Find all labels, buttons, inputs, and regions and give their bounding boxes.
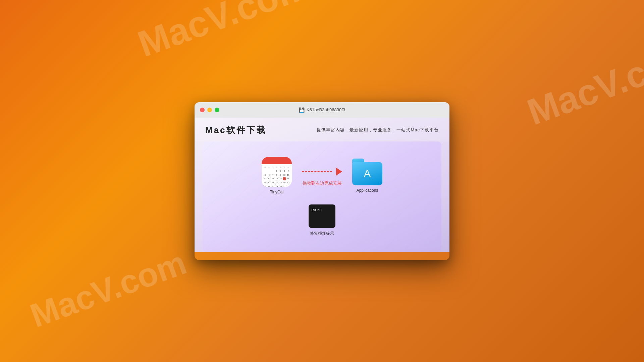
cal-day-15: 15 (275, 177, 278, 180)
title-icon: 💾 (299, 107, 305, 113)
cal-day-18: 18 (287, 177, 290, 180)
cal-day-10: 10 (283, 173, 286, 176)
cal-empty (267, 169, 270, 172)
cal-empty (287, 185, 290, 187)
cal-day-29: 29 (275, 185, 278, 187)
window-title-area: 💾 K61beB3ab96830f3 (299, 107, 345, 113)
cal-day-25: 25 (287, 181, 290, 184)
maximize-button[interactable] (215, 108, 219, 112)
exec-icon[interactable]: exec (309, 204, 335, 228)
exec-label: 修复损坏提示 (310, 231, 334, 236)
cal-header-sun: 日 (264, 166, 267, 169)
window-content: Mac软件下载 提供丰富内容，最新应用，专业服务，一站式Mac下载平台 日 一 … (195, 118, 449, 252)
dmg-install-area: 日 一 二 三 四 五 六 1 2 (203, 141, 441, 252)
cal-header-sat: 六 (287, 166, 290, 169)
folder-letter: A (364, 168, 371, 180)
cal-day-26: 26 (264, 185, 267, 187)
cal-day-2: 2 (279, 169, 282, 172)
mac-window: 💾 K61beB3ab96830f3 Mac软件下载 提供丰富内容，最新应用，专… (195, 102, 449, 260)
calendar-body: 日 一 二 三 四 五 六 1 2 (262, 164, 292, 187)
app-subtitle: 提供丰富内容，最新应用，专业服务，一站式Mac下载平台 (317, 127, 439, 133)
cal-day-1: 1 (275, 169, 278, 172)
traffic-lights (200, 108, 219, 112)
cal-day-23: 23 (279, 181, 282, 184)
cal-day-16: 16 (279, 177, 282, 180)
window-title-text: K61beB3ab96830f3 (307, 107, 345, 112)
cal-header-thu: 四 (279, 166, 282, 169)
cal-header-tue: 二 (271, 166, 274, 169)
arrow-head (336, 168, 342, 176)
watermark-bottom-left: MacV.com (25, 243, 192, 335)
app-icon-wrapper: 日 一 二 三 四 五 六 1 2 (262, 157, 292, 194)
cal-day-30: 30 (279, 185, 282, 187)
drag-label: 拖动到右边完成安装 (303, 180, 342, 186)
app-header: Mac软件下载 提供丰富内容，最新应用，专业服务，一站式Mac下载平台 (195, 118, 449, 141)
watermark-top: MacV.com (132, 0, 315, 65)
cal-day-9: 9 (279, 173, 282, 176)
tinycal-label: TinyCal (270, 190, 283, 194)
cal-day-11: 11 (287, 173, 290, 176)
tinycal-icon[interactable]: 日 一 二 三 四 五 六 1 2 (262, 157, 292, 187)
cal-day-today: 17 (283, 177, 286, 180)
cal-day-20: 20 (267, 181, 270, 184)
cal-day-5: 5 (264, 173, 267, 176)
exec-text: exec (311, 207, 322, 212)
folder-body: A (352, 162, 382, 185)
exec-row: exec 修复损坏提示 (309, 204, 335, 236)
dashed-arrow (302, 165, 342, 178)
cal-day-31: 31 (283, 185, 286, 187)
dashed-line (302, 171, 332, 172)
applications-label: Applications (357, 188, 378, 193)
close-button[interactable] (200, 108, 205, 112)
minimize-button[interactable] (207, 108, 212, 112)
install-row: 日 一 二 三 四 五 六 1 2 (262, 157, 382, 194)
title-bar: 💾 K61beB3ab96830f3 (195, 102, 449, 118)
cal-day-24: 24 (283, 181, 286, 184)
cal-header-fri: 五 (283, 166, 286, 169)
drag-arrow-area: 拖动到右边完成安装 (302, 165, 342, 186)
cal-day-27: 27 (267, 185, 270, 187)
watermark-right: MacV.co (522, 43, 644, 133)
cal-day-13: 13 (267, 177, 270, 180)
cal-empty (271, 169, 274, 172)
cal-day-28: 28 (271, 185, 274, 187)
cal-header-mon: 一 (267, 166, 270, 169)
cal-day-7: 7 (271, 173, 274, 176)
cal-day-6: 6 (267, 173, 270, 176)
applications-folder-icon[interactable]: A (352, 159, 382, 185)
cal-day-4: 4 (287, 169, 290, 172)
applications-folder-wrapper: A Applications (352, 159, 382, 193)
app-title: Mac软件下载 (205, 124, 267, 136)
cal-day-21: 21 (271, 181, 274, 184)
cal-day-14: 14 (271, 177, 274, 180)
cal-day-19: 19 (264, 181, 267, 184)
cal-day-22: 22 (275, 181, 278, 184)
cal-empty (264, 169, 267, 172)
cal-day-3: 3 (283, 169, 286, 172)
cal-day-12: 12 (264, 177, 267, 180)
cal-day-8: 8 (275, 173, 278, 176)
cal-header-wed: 三 (275, 166, 278, 169)
